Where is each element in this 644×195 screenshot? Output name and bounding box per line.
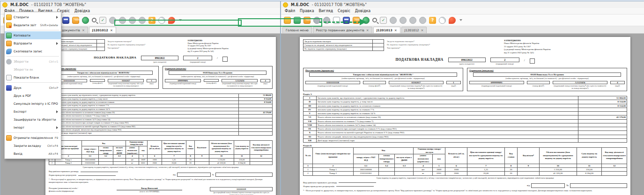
menu-item-Зашифрувати та зберегти[interactable]: Зашифрувати та зберегти <box>5 116 61 123</box>
flag-checkbox[interactable] <box>96 47 104 51</box>
tab-J1201012[interactable]: J1201012× <box>89 27 116 33</box>
buyer-name[interactable]: ФОП Вишенька Тест Петрович <box>169 71 266 75</box>
extra-copy-icon[interactable] <box>400 17 407 24</box>
date-value[interactable]: 09022022 <box>448 58 486 62</box>
row-number: II <box>303 100 317 104</box>
seller-code[interactable]: 1 <box>147 79 156 82</box>
cell: 20 <box>186 161 195 165</box>
seller-name[interactable]: Товариство з обмеженою відповідальністю … <box>309 72 457 77</box>
menu-item-Видалити звіт[interactable]: Видалити звітShift+Delete <box>5 21 61 29</box>
verify-document-icon[interactable]: ✓ <box>380 17 387 24</box>
signer-reg-number[interactable]: 1111111119 <box>210 187 273 191</box>
tab-J1201013[interactable]: J1201013× <box>373 27 400 33</box>
number-value[interactable]: 2 <box>490 58 519 62</box>
menu-item-Відправити[interactable]: Відправити <box>5 39 61 47</box>
contract-number-box[interactable] <box>215 173 273 177</box>
menu-item-Копіювати[interactable]: Копіювати <box>5 31 61 39</box>
menu-item-Вихід[interactable]: ВихідAlt+F4 <box>5 150 61 158</box>
flag-checkbox[interactable] <box>96 43 104 47</box>
contract-date-box[interactable] <box>531 183 565 188</box>
flag-checkbox[interactable] <box>96 40 104 43</box>
contract-date-box[interactable] <box>177 173 211 177</box>
title-bar[interactable]: M.E.DOC - 01102017 ТОВ "ЖОВТЕНЬ" <box>0 1 280 8</box>
menu-item-Закрити вкладку[interactable]: Закрити вкладкуCtrl+F4 <box>5 142 61 150</box>
seller-ipn[interactable]: 111111111118 <box>305 81 360 84</box>
date-value[interactable]: 09022022 <box>141 56 178 60</box>
title-bar[interactable]: M.E.DOC - 01102017 ТОВ "ЖОВТЕНЬ" <box>281 1 644 8</box>
buyer-tax-number[interactable]: АА123456 <box>222 79 258 82</box>
menu-item-Друк[interactable]: ДрукCtrl+P <box>5 84 61 92</box>
seller-code[interactable]: 1 <box>446 81 461 84</box>
buyer-ipn[interactable]: 0999999891 <box>469 81 524 84</box>
tab-Реєстр первинних документів[interactable]: Реєстр первинних документів× <box>313 27 372 33</box>
help-icon[interactable]: ? <box>429 17 436 24</box>
flag-checkbox[interactable] <box>372 40 384 43</box>
seller-name[interactable]: Товариство з обмеженою відповідальністю … <box>55 71 153 75</box>
col-unit-code: код <box>139 146 147 155</box>
tab-close-icon[interactable]: × <box>82 29 85 32</box>
menu-item-shortcut: Alt+F4 <box>49 152 58 155</box>
menu-item-Скопіювати запис[interactable]: Скопіювати запис <box>5 47 61 55</box>
cell: 250,00 <box>577 168 601 172</box>
menu-item-Зберегти[interactable]: ЗберегтиCtrl+S <box>5 58 61 65</box>
tab-J1201012[interactable]: J1201012× <box>401 27 427 33</box>
buyer-ipn[interactable]: 0999999891 <box>165 79 201 82</box>
services-icon[interactable] <box>419 17 426 24</box>
suffix-box[interactable] <box>222 57 228 62</box>
buyer-branch[interactable] <box>527 81 550 84</box>
number-value[interactable]: 2 <box>183 56 212 60</box>
buyer-code[interactable]: 4 <box>610 81 625 84</box>
menubar-item-Сервіс[interactable]: Сервіс <box>338 9 350 13</box>
community-icon[interactable] <box>439 17 446 24</box>
menu-item-Експорт[interactable]: Експорт <box>5 108 61 116</box>
tab-close-icon[interactable]: × <box>366 29 369 32</box>
contract-type-value[interactable] <box>81 170 118 172</box>
menu-item-Отримати повідомлення[interactable]: Отримати повідомленняF9 <box>5 134 61 142</box>
zoom-icon[interactable] <box>92 18 96 22</box>
refresh-icon[interactable] <box>390 17 397 24</box>
buyer-name[interactable]: ФОП Вишенька Тест Петрович <box>473 72 621 77</box>
menubar-item-Правка[interactable]: Правка <box>300 9 314 13</box>
contract-number-box[interactable] <box>570 183 627 188</box>
menu-item-Імпорт[interactable]: Імпорт <box>5 123 61 131</box>
suffix-box[interactable] <box>530 58 535 64</box>
menu-item-Друк в PDF[interactable]: Друк в PDF <box>5 92 61 100</box>
seller-tax-number[interactable]: 01102017 <box>108 79 144 82</box>
contract-type-value[interactable] <box>339 181 376 183</box>
flag-checkbox[interactable] <box>372 43 384 47</box>
section-a-row: Vзагальна сума податку на додану вартіст… <box>303 112 627 116</box>
cell <box>195 158 209 161</box>
send-report-icon[interactable] <box>72 17 79 24</box>
menubar-item-Довідка[interactable]: Довідка <box>74 9 90 13</box>
tab-Головне меню[interactable]: Головне меню <box>282 27 312 33</box>
menubar-item-Вигляд[interactable]: Вигляд <box>319 9 333 13</box>
cell: шт <box>126 158 139 161</box>
messages-icon[interactable] <box>409 17 416 24</box>
zoom-icon[interactable] <box>372 18 377 22</box>
menubar-item-Довідка[interactable]: Довідка <box>355 9 370 13</box>
payment-form-value[interactable] <box>336 184 374 187</box>
flag-checkbox[interactable] <box>372 47 384 51</box>
buyer-tax-number[interactable]: АА123456 <box>553 81 607 84</box>
support-chat-icon[interactable] <box>449 17 456 24</box>
toolbar-more-icon[interactable] <box>459 19 462 21</box>
menu-item-Зберегти як[interactable]: Зберегти як <box>5 65 61 73</box>
buyer-code[interactable]: 4 <box>260 79 270 82</box>
buyer-branch[interactable] <box>204 79 219 82</box>
verify-document-icon[interactable]: ✓ <box>99 17 106 24</box>
seller-branch[interactable] <box>90 79 105 82</box>
menubar-item-Файл[interactable]: Файл <box>285 9 295 13</box>
seller-tax-number[interactable]: 01102017 <box>389 81 444 84</box>
seller-branch[interactable] <box>363 81 386 84</box>
tab-close-icon[interactable]: × <box>394 29 397 32</box>
col-code-dkpp: послуги згідно з ДКПП <box>395 154 414 164</box>
tab-close-icon[interactable]: × <box>421 29 423 32</box>
web-check-icon[interactable] <box>82 17 89 24</box>
print-icon[interactable] <box>62 17 69 24</box>
menu-item-Симуляція імпорту з ІС ПРО[interactable]: Симуляція імпорту з ІС ПРО <box>5 100 61 108</box>
row-value <box>239 118 273 121</box>
tab-close-icon[interactable]: × <box>110 29 113 32</box>
payment-form-value[interactable] <box>78 173 116 176</box>
menu-item-Створити[interactable]: Створити <box>5 13 61 21</box>
menu-item-Показати бланк[interactable]: Показати бланк <box>5 73 61 81</box>
